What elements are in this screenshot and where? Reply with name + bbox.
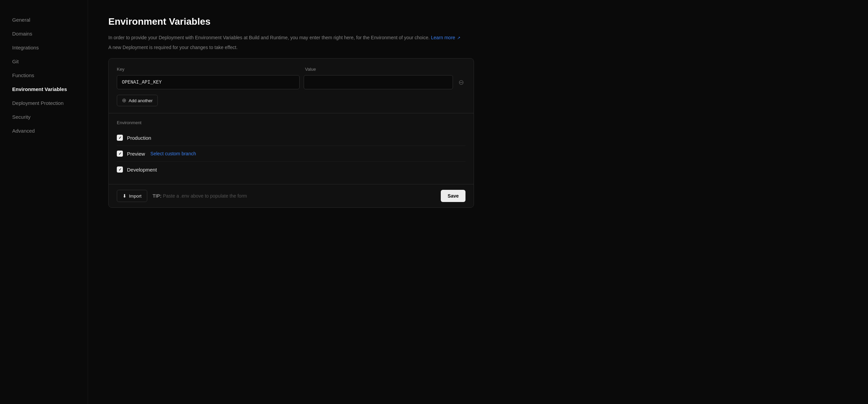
sidebar-item-deployment-protection[interactable]: Deployment Protection xyxy=(8,97,80,109)
sidebar-item-integrations[interactable]: Integrations xyxy=(8,41,80,54)
sidebar-item-security[interactable]: Security xyxy=(8,111,80,123)
description-text: In order to provide your Deployment with… xyxy=(108,35,430,40)
select-custom-branch-link[interactable]: Select custom branch xyxy=(150,151,196,156)
sidebar-item-domains[interactable]: Domains xyxy=(8,27,80,40)
development-checkbox-wrapper[interactable]: ✓ xyxy=(117,166,123,173)
env-option-development: ✓ Development xyxy=(117,162,465,177)
production-label: Production xyxy=(127,135,151,141)
field-labels: Key Value xyxy=(117,67,465,72)
description: In order to provide your Deployment with… xyxy=(108,34,467,41)
add-another-button[interactable]: ⊕ Add another xyxy=(117,95,158,106)
save-button[interactable]: Save xyxy=(441,190,465,202)
env-option-preview: ✓ Preview Select custom branch xyxy=(117,146,465,162)
main-content: Environment Variables In order to provid… xyxy=(88,0,494,404)
download-icon: ⬇ xyxy=(123,193,127,199)
production-checkbox-wrapper[interactable]: ✓ xyxy=(117,135,123,141)
value-input[interactable] xyxy=(304,75,453,89)
development-label: Development xyxy=(127,167,157,173)
variables-section: Key Value ⊖ ⊕ Add another xyxy=(109,59,474,113)
remove-variable-button[interactable]: ⊖ xyxy=(457,77,465,88)
value-label: Value xyxy=(305,67,465,72)
sidebar-item-functions[interactable]: Functions xyxy=(8,69,80,82)
page-title: Environment Variables xyxy=(108,16,474,27)
deployment-note: A new Deployment is required for your ch… xyxy=(108,45,474,50)
environment-section: Environment ✓ Production ✓ xyxy=(109,113,474,184)
sidebar-item-advanced[interactable]: Advanced xyxy=(8,125,80,137)
minus-circle-icon: ⊖ xyxy=(458,78,464,86)
import-button[interactable]: ⬇ Import xyxy=(117,190,147,202)
preview-checkbox-wrapper[interactable]: ✓ xyxy=(117,151,123,157)
env-option-production: ✓ Production xyxy=(117,130,465,146)
key-input[interactable] xyxy=(117,75,300,89)
external-link-icon: ↗ xyxy=(457,36,460,40)
footer-section: ⬇ Import TIP: Paste a .env above to popu… xyxy=(109,184,474,207)
env-vars-card: Key Value ⊖ ⊕ Add another Environment xyxy=(108,58,474,208)
sidebar-item-git[interactable]: Git xyxy=(8,55,80,68)
sidebar-item-general[interactable]: General xyxy=(8,14,80,26)
sidebar: GeneralDomainsIntegrationsGitFunctionsEn… xyxy=(0,0,88,404)
tip-text: TIP: Paste a .env above to populate the … xyxy=(153,193,435,199)
variable-input-row: ⊖ xyxy=(117,75,465,89)
environment-label: Environment xyxy=(117,120,465,125)
preview-label: Preview xyxy=(127,151,145,157)
key-label: Key xyxy=(117,67,300,72)
learn-more-link[interactable]: Learn more ↗ xyxy=(431,35,460,40)
sidebar-item-environment-variables[interactable]: Environment Variables xyxy=(8,83,80,95)
plus-icon: ⊕ xyxy=(122,98,126,103)
